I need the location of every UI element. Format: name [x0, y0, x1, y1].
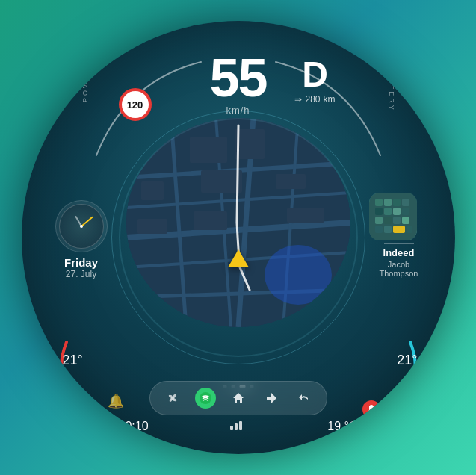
svg-rect-20: [375, 199, 383, 206]
svg-rect-23: [402, 199, 409, 206]
speed-section: 55 km/h: [209, 51, 266, 116]
svg-rect-40: [239, 421, 242, 430]
dashboard-circle: POWER BATTERY 55 km/h D ⇒ 280 km 120: [22, 21, 455, 454]
fan-icon: [166, 391, 179, 405]
indeed-logo: [369, 193, 417, 240]
navigate-icon: [265, 391, 278, 405]
status-signal: [230, 420, 245, 433]
speed-limit-value: 120: [127, 99, 143, 111]
status-time: 10:10: [119, 420, 149, 433]
back-icon: [297, 391, 311, 405]
svg-rect-10: [190, 137, 227, 163]
svg-rect-32: [393, 226, 405, 233]
svg-rect-13: [201, 170, 242, 193]
nav-pill: [149, 381, 327, 415]
temp-right: 21°: [397, 353, 417, 368]
date-full: 27. July: [40, 269, 123, 279]
spotify-icon: [199, 391, 212, 405]
battery-label: BATTERY: [388, 66, 395, 112]
home-button[interactable]: [228, 388, 249, 409]
app-name: Indeed: [369, 247, 429, 258]
notification-dot[interactable]: [362, 400, 380, 418]
svg-rect-21: [384, 199, 392, 206]
svg-point-18: [265, 245, 332, 305]
svg-rect-16: [194, 211, 227, 230]
svg-rect-28: [375, 217, 383, 224]
back-button[interactable]: [294, 388, 315, 409]
app-divider: [384, 243, 414, 244]
svg-rect-29: [384, 217, 392, 224]
map-background: [126, 118, 350, 327]
navigation-arrow: [228, 249, 249, 267]
fan-button[interactable]: [162, 388, 183, 409]
clock-center: [80, 225, 83, 228]
status-bar: 10:10 19 °C: [119, 420, 358, 433]
app-user: Jacob Thompson: [369, 260, 429, 278]
svg-rect-35: [407, 226, 412, 233]
svg-rect-12: [141, 181, 164, 200]
svg-rect-33: [375, 226, 383, 233]
map-container[interactable]: [126, 118, 350, 327]
notification-icon: [365, 403, 377, 415]
gear-section: D ⇒ 280 km: [294, 57, 335, 105]
range-info: ⇒ 280 km: [294, 94, 335, 105]
power-label: POWER: [81, 66, 89, 102]
svg-rect-38: [230, 426, 233, 430]
range-unit: km: [324, 94, 336, 105]
home-icon: [232, 391, 245, 405]
svg-rect-26: [393, 208, 401, 215]
speed-limit-sign: 120: [119, 88, 152, 121]
svg-rect-17: [287, 208, 324, 223]
speed-value: 55: [209, 51, 266, 105]
music-button[interactable]: [195, 388, 216, 409]
bell-icon[interactable]: 🔔: [108, 393, 124, 409]
svg-rect-27: [402, 208, 409, 215]
indeed-logo-svg: [369, 193, 417, 240]
signal-bars: [230, 420, 245, 430]
date-display: Friday 27. July: [40, 256, 123, 279]
svg-rect-30: [393, 217, 401, 224]
svg-rect-34: [384, 226, 392, 233]
temp-left: 21°: [63, 353, 83, 368]
svg-rect-31: [402, 217, 409, 224]
clock-face: [59, 204, 104, 249]
clock-widget: [55, 200, 108, 252]
svg-rect-15: [137, 219, 167, 234]
range-icon: ⇒: [294, 94, 302, 105]
navigate-button[interactable]: [261, 388, 282, 409]
svg-rect-22: [393, 199, 401, 206]
svg-rect-14: [276, 174, 306, 189]
svg-rect-39: [235, 423, 238, 430]
svg-rect-24: [375, 208, 383, 215]
map-svg: [126, 118, 350, 327]
svg-rect-25: [384, 208, 392, 215]
app-widget[interactable]: Indeed Jacob Thompson: [369, 193, 429, 278]
date-day: Friday: [40, 256, 123, 269]
range-value: 280: [305, 94, 320, 105]
gear-value: D: [294, 57, 335, 93]
status-temperature: 19 °C: [327, 420, 357, 433]
